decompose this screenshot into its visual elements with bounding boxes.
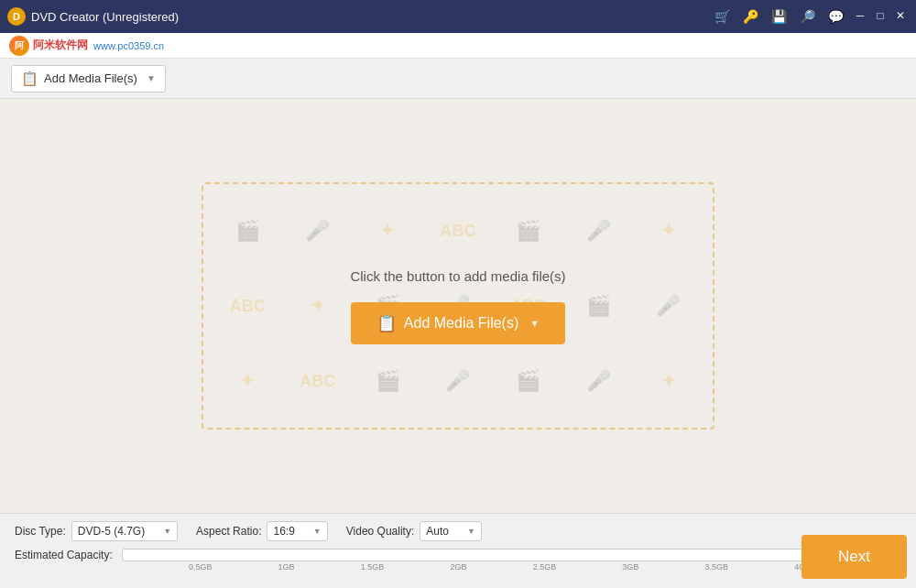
tick-3: 1.5GB [361,562,385,572]
video-quality-select[interactable]: Auto ▼ [420,521,482,541]
aspect-ratio-value: 16:9 [273,525,294,538]
title-text: DVD Creator (Unregistered) [31,10,179,24]
drop-prompt: Click the button to add media file(s) [350,268,565,284]
bg-icon: 🎤 [563,343,634,419]
bg-icon: 🎤 [283,193,354,268]
video-quality-label: Video Quality: [346,525,415,538]
bg-icon: ✦ [633,343,703,419]
aspect-ratio-select[interactable]: 16:9 ▼ [267,521,327,541]
bg-icon: 🎤 [563,193,634,268]
disc-type-label: Disc Type: [15,525,66,538]
save-icon[interactable]: 💾 [767,7,791,26]
aspect-ratio-arrow-icon: ▼ [313,527,322,536]
bg-icon: ✦ [353,193,423,268]
add-media-main-button[interactable]: 📋 Add Media File(s) ▼ [351,302,565,344]
add-media-icon: 📋 [21,71,38,87]
aspect-ratio-group: Aspect Ratio: 16:9 ▼ [196,521,328,541]
watermark-brand: 阿米软件网 [33,38,88,53]
aspect-ratio-label: Aspect Ratio: [196,525,261,538]
capacity-ticks: 0.5GB 1GB 1.5GB 2GB 2.5GB 3GB 3.5GB 4GB … [123,562,900,572]
tick-7: 3.5GB [705,562,729,572]
titlebar-controls: 🛒 🔑 💾 🔎 💬 ─ □ ✕ [710,7,909,26]
video-quality-value: Auto [426,525,449,538]
capacity-label: Estimated Capacity: [15,549,113,561]
maximize-button[interactable]: □ [872,7,889,24]
video-quality-group: Video Quality: Auto ▼ [346,521,482,541]
bg-icon: 🎬 [353,343,423,419]
bg-icon: 🎬 [493,343,563,419]
add-media-toolbar-label: Add Media File(s) [44,71,137,85]
cart-icon[interactable]: 🛒 [710,7,735,26]
bg-icon: 🎬 [493,193,563,268]
tick-6: 3GB [622,562,638,572]
bg-icon: 🎬 [213,193,283,268]
bg-icon: 🎬 [563,268,634,343]
app-icon: D [7,7,26,26]
settings-row: Disc Type: DVD-5 (4.7G) ▼ Aspect Ratio: … [15,521,901,541]
bg-icon: ABC [283,343,354,419]
titlebar-left: D DVD Creator (Unregistered) [7,7,179,26]
video-quality-arrow-icon: ▼ [467,527,475,536]
add-media-toolbar-button[interactable]: 📋 Add Media File(s) ▼ [11,65,166,93]
disc-type-arrow-icon: ▼ [163,527,171,536]
bg-icon: 🎤 [423,343,494,419]
add-media-main-label: Add Media File(s) [404,315,518,332]
next-button[interactable]: Next [802,535,907,579]
watermark-url: www.pc0359.cn [93,40,164,51]
logo-icon: 阿 [9,36,29,56]
bg-icon: ✦ [213,343,283,419]
tick-5: 2.5GB [533,562,557,572]
tick-4: 2GB [450,562,466,572]
comment-icon[interactable]: 💬 [823,7,848,26]
drop-zone: 🎬 🎤 ✦ ABC 🎬 🎤 ✦ ABC ✦ 🎬 🎤 ABC 🎬 🎤 ✦ ABC … [202,182,714,430]
tick-2: 1GB [278,562,295,572]
bottom-panel: Disc Type: DVD-5 (4.7G) ▼ Aspect Ratio: … [0,513,916,588]
add-media-main-icon: 📋 [376,313,397,333]
bg-icon: ABC [423,193,494,268]
dropdown-arrow-main-icon: ▼ [529,318,540,329]
watermark-bar: 阿 阿米软件网 www.pc0359.cn [0,33,916,59]
bg-icon: ✦ [633,193,703,268]
minimize-button[interactable]: ─ [852,7,868,24]
bg-icon: ABC [213,268,283,343]
close-button[interactable]: ✕ [892,7,909,24]
watermark-logo: 阿 阿米软件网 www.pc0359.cn [9,36,164,56]
toolbar: 📋 Add Media File(s) ▼ [0,59,916,99]
key-icon[interactable]: 🔑 [738,7,763,26]
disc-type-select[interactable]: DVD-5 (4.7G) ▼ [71,521,178,541]
share-icon[interactable]: 🔎 [795,7,820,26]
tick-1: 0.5GB [189,562,213,572]
dropdown-arrow-icon: ▼ [147,73,156,83]
bg-icon: 🎤 [633,268,703,343]
main-content: 🎬 🎤 ✦ ABC 🎬 🎤 ✦ ABC ✦ 🎬 🎤 ABC 🎬 🎤 ✦ ABC … [0,99,916,513]
capacity-bar: 0.5GB 1GB 1.5GB 2GB 2.5GB 3GB 3.5GB 4GB … [122,549,901,561]
bg-icon: ✦ [283,268,354,343]
disc-type-value: DVD-5 (4.7G) [78,525,145,538]
disc-type-group: Disc Type: DVD-5 (4.7G) ▼ [15,521,178,541]
titlebar: D DVD Creator (Unregistered) 🛒 🔑 💾 🔎 💬 ─… [0,0,916,33]
capacity-row: Estimated Capacity: 0.5GB 1GB 1.5GB 2GB … [15,549,901,561]
